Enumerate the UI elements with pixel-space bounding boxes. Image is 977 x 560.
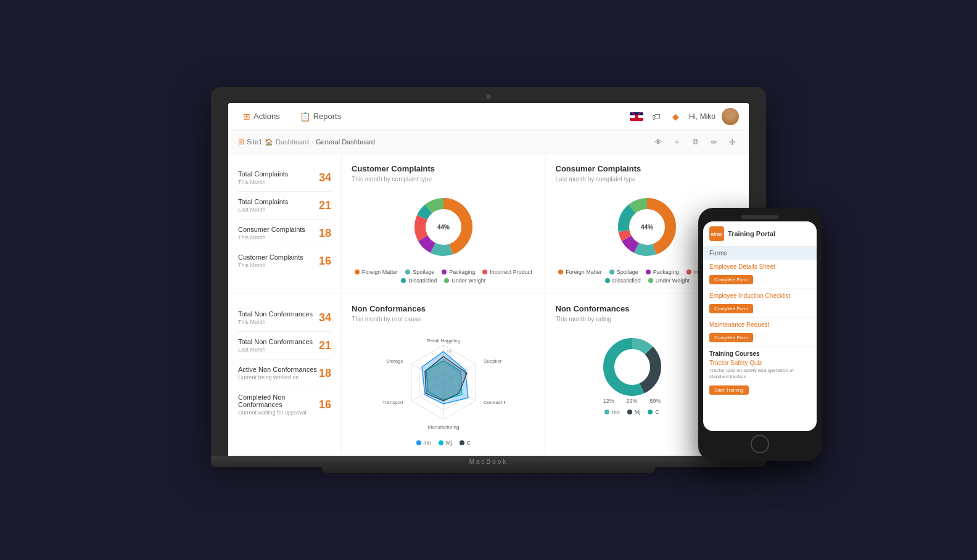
rating-legend-c: C xyxy=(648,409,659,415)
legend-dissatisfied: Dissatisfied xyxy=(401,278,437,284)
legend-dot-foreign xyxy=(355,270,360,274)
stat-customer-complaints: Customer Complaints This Month 16 xyxy=(238,247,331,274)
consumer-label-spoilage: Spoilage xyxy=(617,269,638,275)
nc-rating-legend: mn Mj C xyxy=(604,409,659,415)
nc-stat-value-2: 21 xyxy=(319,339,331,352)
breadcrumb-sep1: 🏠 xyxy=(265,138,273,146)
customer-complaints-panel: Customer Complaints This month by compla… xyxy=(342,154,545,294)
legend-spoilage: Spoilage xyxy=(405,269,434,275)
nav-reports[interactable]: 📋 Reports xyxy=(295,109,347,124)
customer-complaints-legend: Foreign Matter Spoilage Packaging xyxy=(352,269,535,284)
svg-text:20: 20 xyxy=(447,340,451,345)
consumer-label-underweight: Under Weight xyxy=(656,278,690,284)
phone-home-button[interactable] xyxy=(751,435,769,453)
consumer-dot-incorrect xyxy=(686,270,691,274)
view-icon-btn[interactable]: 👁 xyxy=(651,135,665,149)
breadcrumb: ⊞ Site1 🏠 Dashboard · General Dashboard xyxy=(238,138,375,146)
stat-total-nc-last: Total Non Conformances Last Month 21 xyxy=(238,332,331,360)
phone-training-desc: Tractor quiz on safety and operation of … xyxy=(709,368,810,381)
phone-logo-text: atrac xyxy=(711,231,722,237)
stat-label-4: Customer Complaints xyxy=(238,253,303,261)
nc-stat-value-4: 16 xyxy=(319,398,331,411)
stat-sublabel-1: This Month xyxy=(238,179,288,185)
site-icon: ⊞ xyxy=(238,138,244,146)
rating-dot-c xyxy=(648,410,653,414)
customer-donut-svg: 44% xyxy=(406,190,480,264)
nav-actions[interactable]: ⊞ Actions xyxy=(238,109,285,124)
svg-text:Storage: Storage xyxy=(386,358,404,364)
legend-foreign-matter: Foreign Matter xyxy=(355,269,398,275)
language-flag[interactable] xyxy=(630,112,643,121)
phone-screen: atrac Training Portal Forms Employee Det… xyxy=(703,221,817,431)
breadcrumb-actions: 👁 ＋ ⧉ ✏ ✛ xyxy=(651,135,739,149)
radar-dot-c xyxy=(460,440,464,445)
edit-icon-btn[interactable]: ✏ xyxy=(707,135,720,149)
customer-complaints-chart: 44% Foreign Matter Spoilage xyxy=(352,190,535,284)
phone-device: atrac Training Portal Forms Employee Det… xyxy=(698,208,822,461)
radar-legend-c: C xyxy=(460,440,471,446)
breadcrumb-site: Site1 xyxy=(247,138,262,146)
stat-total-complaints-month: Total Complaints This Month 34 xyxy=(238,164,331,192)
stats-panel-1: Total Complaints This Month 34 Total Com… xyxy=(228,154,341,294)
nc-stat-value-3: 18 xyxy=(319,367,331,380)
phone-form-btn-2[interactable]: Complete Form xyxy=(709,304,753,313)
actions-icon: ⊞ xyxy=(243,112,250,121)
stats-panel-2: Total Non Conformances This Month 34 Tot… xyxy=(228,294,341,456)
header-nav: ⊞ Actions 📋 Reports xyxy=(238,109,346,124)
legend-dot-incorrect xyxy=(482,270,487,274)
radar-dot-mn xyxy=(416,440,421,445)
consumer-donut-svg: 44% xyxy=(610,190,684,264)
svg-text:Transport: Transport xyxy=(382,400,404,405)
laptop-brand: MacBook xyxy=(469,458,508,465)
breadcrumb-home[interactable]: Dashboard xyxy=(276,138,309,146)
consumer-label-packaging: Packaging xyxy=(653,269,679,275)
legend-dot-packaging xyxy=(442,270,447,274)
stat-value-2: 21 xyxy=(319,199,331,212)
nc-pct-3: 59% xyxy=(650,398,661,404)
svg-text:10: 10 xyxy=(447,359,451,363)
radar-label-mn: mn xyxy=(424,440,432,446)
rating-label-mj: Mj xyxy=(635,409,641,415)
tag-icon-btn[interactable]: 🏷 xyxy=(649,110,663,123)
phone-form-btn-1[interactable]: Complete Form xyxy=(709,275,753,284)
phone-form-item-3: Maintenance Request Complete Form xyxy=(703,318,817,347)
legend-dot-dissatisfied xyxy=(401,278,406,283)
nc-root-title: Non Conformances xyxy=(352,304,535,313)
phone-start-training-btn[interactable]: Start Training xyxy=(709,385,749,395)
notification-icon-btn[interactable]: ◆ xyxy=(669,110,683,123)
phone-form-title-2: Employee Induction Checklist xyxy=(709,292,810,299)
radar-dot-mj xyxy=(439,440,443,445)
legend-label-foreign: Foreign Matter xyxy=(362,269,398,275)
phone-form-title-3: Maintenance Request xyxy=(709,321,810,328)
settings-icon-btn[interactable]: ✛ xyxy=(725,135,739,149)
nc-rating-panel: Non Conformances This month by rating xyxy=(546,294,719,456)
stat-value-1: 34 xyxy=(319,171,331,184)
phone-form-btn-3[interactable]: Complete Form xyxy=(709,333,753,342)
stat-value-4: 16 xyxy=(319,255,331,268)
consumer-label-dissatisfied: Dissatisfied xyxy=(612,278,641,284)
rating-legend-mj: Mj xyxy=(627,409,641,415)
phone-header: atrac Training Portal xyxy=(703,221,817,247)
stat-consumer-complaints: Consumer Complaints This Month 18 xyxy=(238,220,331,247)
consumer-complaints-subtitle: Last month by complaint type xyxy=(556,176,739,183)
dashboard-row1: Total Complaints This Month 34 Total Com… xyxy=(228,154,749,294)
add-icon-btn[interactable]: ＋ xyxy=(670,135,683,149)
nc-root-panel: Non Conformances This month by root caus… xyxy=(342,294,545,456)
consumer-legend-foreign: Foreign Matter xyxy=(558,269,602,275)
rating-label-c: C xyxy=(655,409,659,415)
app-header: ⊞ Actions 📋 Reports 🏷 ◆ Hi, Miko xyxy=(228,103,749,130)
phone-form-title-1: Employee Details Sheet xyxy=(709,263,810,270)
user-avatar[interactable] xyxy=(722,108,739,125)
stat-sublabel-4: This Month xyxy=(238,262,303,268)
rating-dot-mn xyxy=(604,410,609,414)
consumer-dot-spoilage xyxy=(609,270,614,274)
legend-label-incorrect: Incorrect Product xyxy=(490,269,532,275)
nc-stat-value-1: 34 xyxy=(319,311,331,324)
phone-forms-section-header: Forms xyxy=(703,247,817,260)
svg-text:Supplier: Supplier xyxy=(484,358,502,364)
legend-label-spoilage: Spoilage xyxy=(413,269,434,275)
radar-legend-mj: Mj xyxy=(439,440,452,446)
copy-icon-btn[interactable]: ⧉ xyxy=(688,135,702,149)
nc-stat-sublabel-1: This Month xyxy=(238,319,313,325)
legend-dot-underweight xyxy=(444,278,449,283)
